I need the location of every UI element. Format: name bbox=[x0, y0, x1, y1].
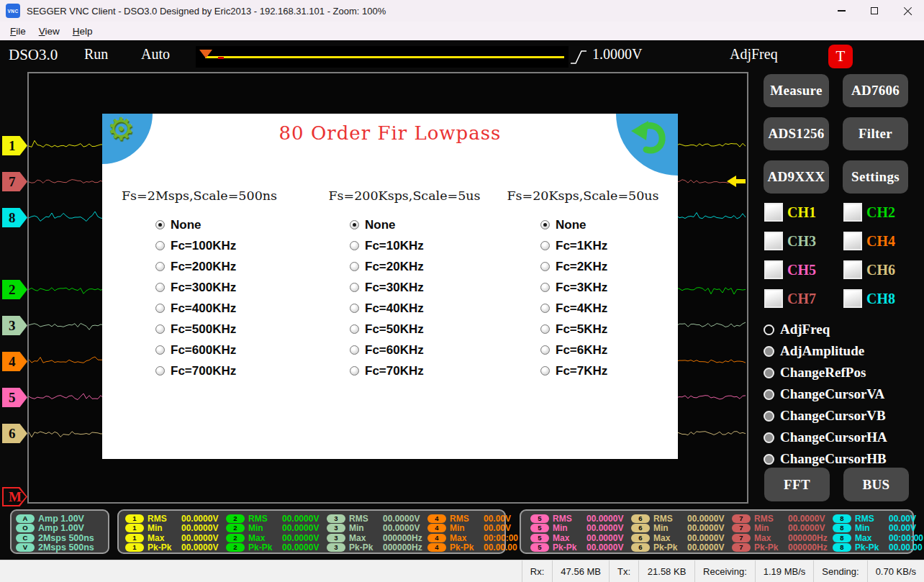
radio-icon[interactable] bbox=[350, 304, 359, 313]
radio-icon[interactable] bbox=[155, 241, 165, 250]
radio-option[interactable]: Fc=5KHz bbox=[540, 319, 607, 340]
mode-changecursorva[interactable]: ChangeCursorVA bbox=[764, 383, 884, 405]
channel-marker-2[interactable]: 2 bbox=[2, 280, 27, 299]
radio-option[interactable]: Fc=600KHz bbox=[155, 340, 236, 360]
checkbox-icon[interactable] bbox=[764, 203, 783, 222]
menu-file[interactable]: File bbox=[4, 24, 32, 39]
radio-icon[interactable] bbox=[540, 283, 550, 292]
radio-option[interactable]: None bbox=[350, 214, 424, 235]
run-state[interactable]: Run bbox=[84, 46, 108, 63]
radio-icon[interactable] bbox=[764, 389, 774, 400]
radio-icon[interactable] bbox=[540, 241, 550, 250]
checkbox-icon[interactable] bbox=[764, 289, 783, 308]
radio-option[interactable]: Fc=2KHz bbox=[540, 256, 607, 277]
radio-icon[interactable] bbox=[155, 304, 165, 313]
close-button[interactable] bbox=[891, 0, 924, 22]
trigger-mode[interactable]: Auto bbox=[141, 46, 170, 63]
channel-toggle-ch2[interactable]: CH2 bbox=[843, 202, 895, 222]
button-filter[interactable]: Filter bbox=[843, 117, 908, 150]
radio-option[interactable]: Fc=200KHz bbox=[155, 256, 236, 277]
menu-help[interactable]: Help bbox=[66, 24, 99, 39]
trigger-position-arrow-icon[interactable] bbox=[727, 176, 746, 187]
radio-selected-icon[interactable] bbox=[540, 220, 550, 229]
mode-changecursorhb[interactable]: ChangeCursorHB bbox=[764, 448, 887, 470]
checkbox-icon[interactable] bbox=[843, 232, 862, 250]
checkbox-icon[interactable] bbox=[843, 203, 862, 222]
radio-selected-icon[interactable] bbox=[764, 324, 774, 335]
radio-option[interactable]: None bbox=[540, 214, 607, 235]
radio-icon[interactable] bbox=[764, 454, 774, 465]
radio-option[interactable]: Fc=3KHz bbox=[540, 277, 607, 298]
channel-toggle-ch3[interactable]: CH3 bbox=[764, 231, 816, 251]
radio-option[interactable]: None bbox=[155, 214, 236, 235]
radio-icon[interactable] bbox=[764, 346, 774, 357]
radio-option[interactable]: Fc=20KHz bbox=[350, 256, 424, 277]
channel-toggle-ch4[interactable]: CH4 bbox=[843, 231, 895, 251]
horizontal-position-slider[interactable] bbox=[196, 46, 569, 68]
checkbox-icon[interactable] bbox=[843, 289, 862, 308]
channel-marker-3[interactable]: 3 bbox=[2, 316, 27, 335]
minimize-button[interactable] bbox=[825, 0, 858, 22]
radio-icon[interactable] bbox=[155, 366, 165, 376]
channel-marker-m[interactable]: M bbox=[2, 487, 27, 506]
slider-handle-icon[interactable] bbox=[199, 50, 212, 58]
channel-toggle-ch5[interactable]: CH5 bbox=[764, 260, 816, 280]
button-bus[interactable]: BUS bbox=[843, 468, 909, 501]
radio-icon[interactable] bbox=[540, 324, 550, 334]
button-ads1256[interactable]: ADS1256 bbox=[764, 117, 829, 150]
radio-icon[interactable] bbox=[350, 345, 359, 355]
radio-icon[interactable] bbox=[540, 262, 550, 271]
radio-option[interactable]: Fc=7KHz bbox=[540, 360, 607, 381]
channel-marker-5[interactable]: 5 bbox=[2, 388, 27, 407]
channel-toggle-ch8[interactable]: CH8 bbox=[843, 288, 895, 309]
checkbox-icon[interactable] bbox=[764, 232, 783, 250]
radio-option[interactable]: Fc=4KHz bbox=[540, 298, 607, 319]
mode-adjfreq[interactable]: AdjFreq bbox=[764, 319, 830, 340]
radio-option[interactable]: Fc=6KHz bbox=[540, 340, 607, 360]
trigger-badge[interactable]: T bbox=[828, 45, 853, 68]
radio-icon[interactable] bbox=[350, 366, 359, 376]
button-ad9xxx[interactable]: AD9XXX bbox=[764, 160, 829, 194]
channel-toggle-ch6[interactable]: CH6 bbox=[843, 260, 895, 280]
radio-icon[interactable] bbox=[155, 345, 165, 355]
radio-selected-icon[interactable] bbox=[155, 220, 165, 229]
radio-option[interactable]: Fc=300KHz bbox=[155, 277, 236, 298]
radio-icon[interactable] bbox=[350, 283, 359, 292]
button-measure[interactable]: Measure bbox=[764, 74, 829, 107]
radio-icon[interactable] bbox=[155, 262, 165, 271]
radio-option[interactable]: Fc=1KHz bbox=[540, 235, 607, 256]
radio-icon[interactable] bbox=[350, 241, 359, 250]
radio-option[interactable]: Fc=50KHz bbox=[350, 319, 424, 340]
channel-marker-4[interactable]: 4 bbox=[2, 352, 27, 371]
radio-option[interactable]: Fc=500KHz bbox=[155, 319, 236, 340]
menu-view[interactable]: View bbox=[32, 24, 66, 39]
radio-icon[interactable] bbox=[764, 368, 774, 378]
button-fft[interactable]: FFT bbox=[764, 468, 830, 501]
radio-option[interactable]: Fc=30KHz bbox=[350, 277, 424, 298]
channel-toggle-ch7[interactable]: CH7 bbox=[764, 288, 816, 309]
radio-icon[interactable] bbox=[350, 262, 359, 271]
radio-icon[interactable] bbox=[764, 411, 774, 422]
mode-changecursorha[interactable]: ChangeCursorHA bbox=[764, 427, 887, 448]
button-ad7606[interactable]: AD7606 bbox=[843, 74, 908, 107]
channel-marker-7[interactable]: 7 bbox=[2, 172, 27, 191]
radio-option[interactable]: Fc=700KHz bbox=[155, 360, 236, 381]
radio-option[interactable]: Fc=70KHz bbox=[350, 360, 424, 381]
channel-marker-6[interactable]: 6 bbox=[2, 424, 27, 443]
channel-toggle-ch1[interactable]: CH1 bbox=[764, 202, 816, 222]
checkbox-icon[interactable] bbox=[843, 260, 862, 279]
radio-icon[interactable] bbox=[155, 283, 165, 292]
radio-option[interactable]: Fc=100KHz bbox=[155, 235, 236, 256]
radio-icon[interactable] bbox=[155, 324, 165, 334]
radio-option[interactable]: Fc=60KHz bbox=[350, 340, 424, 360]
mode-changecursorvb[interactable]: ChangeCursorVB bbox=[764, 405, 886, 427]
radio-option[interactable]: Fc=40KHz bbox=[350, 298, 424, 319]
radio-icon[interactable] bbox=[764, 432, 774, 443]
maximize-button[interactable] bbox=[858, 0, 891, 22]
radio-option[interactable]: Fc=400KHz bbox=[155, 298, 236, 319]
radio-icon[interactable] bbox=[350, 324, 359, 334]
radio-icon[interactable] bbox=[540, 345, 550, 355]
radio-icon[interactable] bbox=[540, 304, 550, 313]
mode-adjamplitude[interactable]: AdjAmplitude bbox=[764, 340, 864, 362]
button-settings[interactable]: Settings bbox=[843, 160, 908, 194]
